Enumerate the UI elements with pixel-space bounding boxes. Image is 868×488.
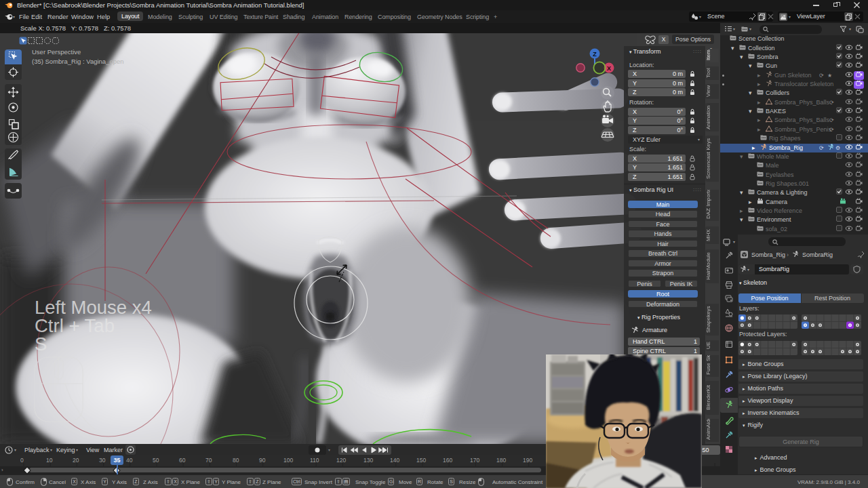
svg-text:Z: Z [593, 51, 597, 58]
svg-text:(35) Sombra_Rig : Vagina_open: (35) Sombra_Rig : Vagina_open [32, 58, 124, 65]
svg-text:User Perspective: User Perspective [32, 48, 81, 56]
svg-text:X: X [607, 65, 611, 72]
svg-text:S: S [35, 333, 47, 354]
